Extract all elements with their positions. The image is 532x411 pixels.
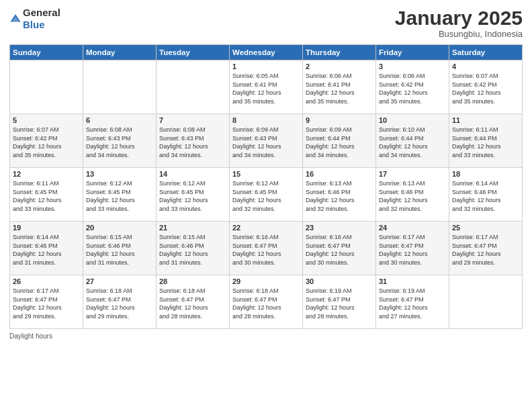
day-number: 30	[306, 277, 373, 285]
day-info: Sunrise: 6:18 AM Sunset: 6:47 PM Dayligh…	[86, 287, 153, 320]
day-number: 16	[306, 170, 373, 178]
location-subtitle: Busungbiu, Indonesia	[395, 29, 523, 39]
day-info: Sunrise: 6:07 AM Sunset: 6:42 PM Dayligh…	[452, 72, 519, 105]
page: General Blue January 2025 Busungbiu, Ind…	[0, 0, 532, 411]
calendar-cell: 8Sunrise: 6:09 AM Sunset: 6:43 PM Daylig…	[230, 114, 303, 168]
day-number: 20	[86, 224, 153, 232]
day-info: Sunrise: 6:15 AM Sunset: 6:46 PM Dayligh…	[86, 233, 153, 267]
calendar-cell: 11Sunrise: 6:11 AM Sunset: 6:44 PM Dayli…	[449, 114, 523, 168]
day-number: 3	[379, 62, 446, 71]
day-number: 22	[232, 224, 300, 232]
day-number: 28	[159, 277, 226, 285]
day-number: 17	[379, 170, 446, 178]
calendar-cell: 5Sunrise: 6:07 AM Sunset: 6:42 PM Daylig…	[10, 114, 83, 168]
column-header-thursday: Thursday	[303, 45, 376, 60]
logo-blue-text: Blue	[23, 19, 45, 30]
calendar-cell: 21Sunrise: 6:15 AM Sunset: 6:46 PM Dayli…	[157, 222, 230, 275]
calendar-cell: 23Sunrise: 6:16 AM Sunset: 6:47 PM Dayli…	[303, 222, 376, 275]
calendar-cell: 13Sunrise: 6:12 AM Sunset: 6:45 PM Dayli…	[83, 168, 157, 222]
calendar-cell: 16Sunrise: 6:13 AM Sunset: 6:46 PM Dayli…	[303, 168, 376, 222]
day-number: 25	[452, 224, 519, 232]
day-info: Sunrise: 6:06 AM Sunset: 6:42 PM Dayligh…	[379, 72, 446, 105]
calendar-cell: 15Sunrise: 6:12 AM Sunset: 6:45 PM Dayli…	[230, 168, 303, 222]
day-info: Sunrise: 6:12 AM Sunset: 6:45 PM Dayligh…	[232, 179, 300, 213]
calendar-cell: 12Sunrise: 6:11 AM Sunset: 6:45 PM Dayli…	[10, 168, 83, 222]
day-info: Sunrise: 6:08 AM Sunset: 6:43 PM Dayligh…	[86, 126, 153, 159]
logo: General Blue	[9, 7, 60, 31]
day-info: Sunrise: 6:16 AM Sunset: 6:47 PM Dayligh…	[232, 233, 300, 267]
day-info: Sunrise: 6:05 AM Sunset: 6:41 PM Dayligh…	[232, 72, 300, 105]
calendar-cell	[157, 60, 230, 114]
day-number: 18	[452, 170, 519, 178]
column-header-monday: Monday	[83, 45, 157, 60]
day-info: Sunrise: 6:18 AM Sunset: 6:47 PM Dayligh…	[159, 287, 226, 320]
day-info: Sunrise: 6:13 AM Sunset: 6:46 PM Dayligh…	[379, 179, 446, 213]
day-info: Sunrise: 6:12 AM Sunset: 6:45 PM Dayligh…	[86, 179, 153, 213]
day-info: Sunrise: 6:07 AM Sunset: 6:42 PM Dayligh…	[13, 126, 80, 159]
calendar-cell	[449, 275, 523, 329]
calendar-cell: 3Sunrise: 6:06 AM Sunset: 6:42 PM Daylig…	[376, 60, 449, 114]
day-number: 7	[159, 116, 226, 124]
column-header-wednesday: Wednesday	[230, 45, 303, 60]
calendar-cell: 10Sunrise: 6:10 AM Sunset: 6:44 PM Dayli…	[376, 114, 449, 168]
calendar-cell: 28Sunrise: 6:18 AM Sunset: 6:47 PM Dayli…	[157, 275, 230, 329]
footer: Daylight hours	[9, 332, 523, 340]
day-number: 5	[13, 116, 80, 124]
calendar-week-row: 19Sunrise: 6:14 AM Sunset: 6:46 PM Dayli…	[10, 222, 523, 275]
day-number: 4	[452, 62, 519, 71]
day-info: Sunrise: 6:11 AM Sunset: 6:44 PM Dayligh…	[452, 126, 519, 159]
calendar-cell: 2Sunrise: 6:06 AM Sunset: 6:41 PM Daylig…	[303, 60, 376, 114]
calendar-cell: 19Sunrise: 6:14 AM Sunset: 6:46 PM Dayli…	[10, 222, 83, 275]
calendar-cell: 20Sunrise: 6:15 AM Sunset: 6:46 PM Dayli…	[83, 222, 157, 275]
calendar-header: SundayMondayTuesdayWednesdayThursdayFrid…	[10, 45, 523, 60]
logo-general-text: General	[23, 7, 60, 18]
day-info: Sunrise: 6:09 AM Sunset: 6:43 PM Dayligh…	[232, 126, 300, 159]
calendar-cell: 29Sunrise: 6:18 AM Sunset: 6:47 PM Dayli…	[230, 275, 303, 329]
day-number: 23	[306, 224, 373, 232]
day-info: Sunrise: 6:14 AM Sunset: 6:46 PM Dayligh…	[452, 179, 519, 213]
calendar-cell: 24Sunrise: 6:17 AM Sunset: 6:47 PM Dayli…	[376, 222, 449, 275]
calendar-cell: 9Sunrise: 6:09 AM Sunset: 6:44 PM Daylig…	[303, 114, 376, 168]
calendar-cell: 14Sunrise: 6:12 AM Sunset: 6:45 PM Dayli…	[157, 168, 230, 222]
day-info: Sunrise: 6:19 AM Sunset: 6:47 PM Dayligh…	[306, 287, 373, 320]
column-header-saturday: Saturday	[449, 45, 523, 60]
day-number: 29	[232, 277, 300, 285]
day-number: 24	[379, 224, 446, 232]
day-number: 1	[232, 62, 300, 71]
day-number: 10	[379, 116, 446, 124]
day-number: 12	[13, 170, 80, 178]
day-info: Sunrise: 6:08 AM Sunset: 6:43 PM Dayligh…	[159, 126, 226, 159]
month-title: January 2025	[395, 7, 523, 29]
title-block: January 2025 Busungbiu, Indonesia	[395, 7, 523, 39]
column-header-sunday: Sunday	[10, 45, 83, 60]
calendar-week-row: 12Sunrise: 6:11 AM Sunset: 6:45 PM Dayli…	[10, 168, 523, 222]
calendar-week-row: 26Sunrise: 6:17 AM Sunset: 6:47 PM Dayli…	[10, 275, 523, 329]
day-info: Sunrise: 6:16 AM Sunset: 6:47 PM Dayligh…	[306, 233, 373, 267]
day-number: 31	[379, 277, 446, 285]
day-number: 19	[13, 224, 80, 232]
calendar-cell	[83, 60, 157, 114]
calendar-cell: 6Sunrise: 6:08 AM Sunset: 6:43 PM Daylig…	[83, 114, 157, 168]
calendar-cell: 22Sunrise: 6:16 AM Sunset: 6:47 PM Dayli…	[230, 222, 303, 275]
day-info: Sunrise: 6:18 AM Sunset: 6:47 PM Dayligh…	[232, 287, 300, 320]
calendar-header-row: SundayMondayTuesdayWednesdayThursdayFrid…	[10, 45, 523, 60]
logo-icon	[9, 13, 21, 25]
day-number: 13	[86, 170, 153, 178]
day-number: 21	[159, 224, 226, 232]
day-info: Sunrise: 6:11 AM Sunset: 6:45 PM Dayligh…	[13, 179, 80, 213]
day-info: Sunrise: 6:19 AM Sunset: 6:47 PM Dayligh…	[379, 287, 446, 320]
calendar-cell: 31Sunrise: 6:19 AM Sunset: 6:47 PM Dayli…	[376, 275, 449, 329]
day-info: Sunrise: 6:09 AM Sunset: 6:44 PM Dayligh…	[306, 126, 373, 159]
calendar-cell: 7Sunrise: 6:08 AM Sunset: 6:43 PM Daylig…	[157, 114, 230, 168]
calendar-table: SundayMondayTuesdayWednesdayThursdayFrid…	[9, 44, 523, 329]
day-info: Sunrise: 6:17 AM Sunset: 6:47 PM Dayligh…	[13, 287, 80, 320]
header: General Blue January 2025 Busungbiu, Ind…	[9, 7, 523, 39]
calendar-cell: 27Sunrise: 6:18 AM Sunset: 6:47 PM Dayli…	[83, 275, 157, 329]
calendar-body: 1Sunrise: 6:05 AM Sunset: 6:41 PM Daylig…	[10, 60, 523, 329]
column-header-tuesday: Tuesday	[157, 45, 230, 60]
day-info: Sunrise: 6:13 AM Sunset: 6:46 PM Dayligh…	[306, 179, 373, 213]
calendar-cell: 18Sunrise: 6:14 AM Sunset: 6:46 PM Dayli…	[449, 168, 523, 222]
calendar-cell: 26Sunrise: 6:17 AM Sunset: 6:47 PM Dayli…	[10, 275, 83, 329]
calendar-cell: 1Sunrise: 6:05 AM Sunset: 6:41 PM Daylig…	[230, 60, 303, 114]
day-info: Sunrise: 6:12 AM Sunset: 6:45 PM Dayligh…	[159, 179, 226, 213]
